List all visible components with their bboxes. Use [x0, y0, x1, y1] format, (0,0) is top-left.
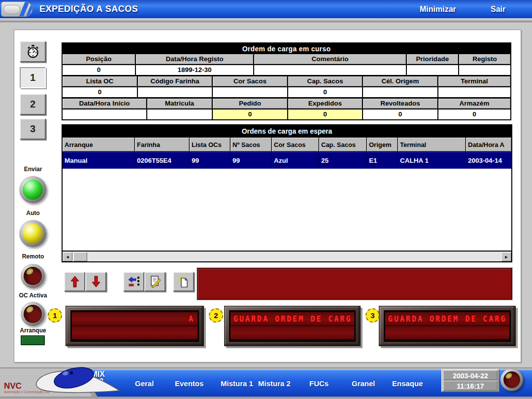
expedicao-a-sacos-screen: EXPEDIÇÃO A SACOS Minimizar Sair 1 2 3 E…: [0, 0, 532, 399]
current-order-table: Ordem de carga em curso Posição Data/Hor…: [62, 42, 511, 120]
value-cell-lista-oc: 0: [63, 87, 137, 97]
column-header-cap-sacos[interactable]: Cap. Sacos: [319, 138, 366, 151]
nvc-logo-icon: NVC Automação e Comunicação Lda: [2, 367, 123, 397]
column-header-arranque[interactable]: Arranque: [63, 138, 134, 151]
column-header: Registo: [459, 54, 510, 64]
menu-item-fucs[interactable]: FUCs: [309, 379, 329, 388]
menu-item-mistura-1[interactable]: Mistura 1: [221, 379, 253, 388]
value-cell-expedidos: 0: [288, 109, 362, 119]
row-cell-cap-sacos: 25: [319, 152, 366, 169]
current-order-row1: Posição Data/Hora Registo Comentário Pri…: [63, 54, 510, 75]
led-line: A: [72, 312, 198, 326]
column-header: Lista OC: [63, 76, 137, 86]
row-cell-terminal: CALHA 1: [398, 152, 466, 169]
oc-activa-label: OC Activa: [12, 292, 54, 299]
column-header-lista-ocs[interactable]: Lista OCs: [190, 138, 230, 151]
led-line: GUARDA ORDEM DE CARG: [231, 312, 354, 326]
column-header: Cor Sacos: [213, 76, 287, 86]
remove-order-icon: [128, 275, 140, 288]
menu-item-granel[interactable]: Granel: [352, 379, 375, 388]
titlebar-divider: [0, 18, 532, 22]
waiting-orders-header: Arranque Farinha Lista OCs Nº Sacos Cor …: [63, 137, 511, 152]
enviar-label: Enviar: [12, 166, 54, 173]
horizontal-scrollbar[interactable]: ◄ ►: [63, 251, 511, 261]
column-header: Matricula: [147, 99, 212, 109]
column-header: Cap. Sacos: [288, 76, 362, 86]
column-header-terminal[interactable]: Terminal: [398, 138, 466, 151]
remove-order-button[interactable]: [123, 272, 144, 291]
display-badge-2: 2: [209, 308, 223, 323]
row-cell-cor-sacos: Azul: [272, 152, 319, 169]
column-header: Código Farinha: [138, 76, 212, 86]
value-cell-revolteados: 0: [363, 109, 437, 119]
column-header: Data/Hora Registo: [136, 54, 253, 64]
status-light: [500, 368, 523, 391]
message-panel: [197, 268, 512, 300]
brand-subtext: Automação e Comunicação Lda: [4, 390, 50, 394]
menu-item-ensaque[interactable]: Ensaque: [392, 379, 423, 388]
value-cell-pedido: 0: [213, 109, 287, 119]
waiting-orders-title: Ordens de carga em espera: [63, 125, 511, 137]
current-order-row3: Data/Hora Início Matricula Pedido Expedi…: [63, 99, 510, 119]
value-cell-data-hora-registo: 1899-12-30: [136, 65, 253, 75]
current-order-row2: Lista OC Código Farinha Cor Sacos Cap. S…: [63, 76, 510, 97]
row-cell-arranque: Manual: [63, 152, 134, 169]
move-down-button[interactable]: [85, 272, 106, 291]
scroll-right-button[interactable]: ►: [501, 252, 511, 261]
title-bar: EXPEDIÇÃO A SACOS Minimizar Sair: [0, 0, 532, 18]
menu-item-mistura-2[interactable]: Mistura 2: [258, 379, 291, 388]
column-header: Posição: [63, 54, 135, 64]
enviar-light: [19, 176, 46, 203]
column-header: Terminal: [438, 76, 510, 86]
exit-button[interactable]: Sair: [491, 0, 505, 18]
scrollbar-thumb[interactable]: [73, 252, 87, 261]
page-button-2[interactable]: 2: [20, 94, 46, 115]
column-header-origem[interactable]: Origem: [367, 138, 398, 151]
time-display: 11:16:17: [443, 381, 498, 391]
page-button-3[interactable]: 3: [20, 118, 46, 140]
led-line: [385, 326, 509, 339]
edit-order-icon: [149, 275, 162, 288]
auto-label: Auto: [12, 210, 54, 217]
waiting-orders-list-area[interactable]: [63, 169, 511, 251]
move-down-icon: [90, 275, 102, 288]
arranque-status-indicator: [21, 335, 45, 345]
column-header-farinha[interactable]: Farinha: [135, 138, 189, 151]
column-header-cor-sacos[interactable]: Cor Sacos: [272, 138, 319, 151]
led-display-3: GUARDA ORDEM DE CARG: [379, 306, 516, 346]
current-order-title: Ordem de carga em curso: [63, 43, 510, 54]
value-cell-cel-origem: [363, 87, 437, 97]
column-header: Data/Hora Início: [63, 99, 146, 109]
table-row-selected[interactable]: Manual 0206T55E4 99 99 Azul 25 E1 CALHA …: [63, 152, 511, 169]
oc-activa-light: [21, 302, 45, 326]
column-header-n-sacos[interactable]: Nº Sacos: [231, 138, 271, 151]
column-header-data-hora[interactable]: Data/Hora A: [466, 138, 511, 151]
scroll-left-button[interactable]: ◄: [63, 252, 72, 261]
column-header: Cél. Origem: [363, 76, 437, 86]
row-cell-data-hora: 2003-04-14: [466, 152, 511, 169]
value-cell-cor-sacos: [213, 87, 287, 97]
page-button-1[interactable]: 1: [20, 67, 46, 88]
value-cell-codigo-farinha: [138, 87, 212, 97]
waiting-orders-table: Ordens de carga em espera Arranque Farin…: [62, 124, 512, 262]
row-cell-lista-ocs: 99: [190, 152, 230, 169]
menu-item-geral[interactable]: Geral: [135, 379, 154, 388]
auto-light: [19, 220, 46, 247]
brand-name: NVC: [4, 381, 22, 391]
menu-item-eventos[interactable]: Eventos: [175, 379, 203, 388]
led-line: GUARDA ORDEM DE CARG: [385, 312, 509, 326]
column-header: Armazém: [438, 99, 510, 109]
date-display: 2003-04-22: [443, 370, 498, 380]
column-header: Revolteados: [363, 99, 437, 109]
column-header: Prioridade: [407, 54, 458, 64]
value-cell-matricula: [147, 109, 212, 119]
scroll-left-icon: ◄: [66, 254, 70, 259]
edit-order-button[interactable]: [144, 272, 166, 291]
new-order-button[interactable]: [173, 272, 194, 291]
bottom-bar-shadow: [0, 397, 532, 399]
move-up-icon: [69, 275, 81, 288]
move-up-button[interactable]: [64, 272, 85, 291]
column-header: Pedido: [213, 99, 287, 109]
minimize-button[interactable]: Minimizar: [420, 0, 456, 18]
timer-button[interactable]: [20, 41, 46, 62]
